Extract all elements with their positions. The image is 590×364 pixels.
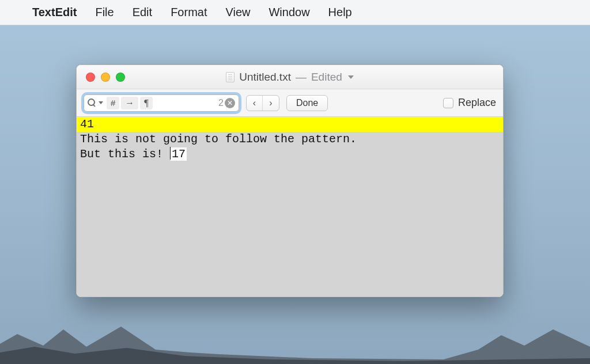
search-field[interactable]: # ¶ 2 ✕ (84, 94, 239, 112)
done-button[interactable]: Done (286, 95, 328, 111)
menu-view[interactable]: View (216, 6, 259, 19)
editor-line-3-match: 17 (171, 147, 187, 161)
clear-search-icon[interactable]: ✕ (225, 98, 235, 108)
match-count: 2 (218, 98, 224, 108)
window-title: Untitled.txt — Edited (77, 71, 503, 84)
pattern-token-tab[interactable] (121, 97, 138, 109)
minimize-button-icon[interactable] (101, 73, 110, 82)
title-sep: — (296, 71, 307, 84)
close-button-icon[interactable] (86, 73, 95, 82)
menu-app[interactable]: TextEdit (29, 6, 86, 19)
menu-format[interactable]: Format (161, 6, 216, 19)
traffic-lights (77, 73, 125, 82)
menubar: TextEdit File Edit Format View Window He… (0, 0, 590, 25)
replace-checkbox[interactable] (443, 98, 453, 108)
find-previous-button[interactable]: ‹ (247, 96, 263, 111)
document-window: Untitled.txt — Edited # ¶ 2 ✕ ‹ › Done R… (76, 65, 504, 297)
find-nav: ‹ › (246, 95, 279, 111)
title-filename: Untitled.txt (239, 71, 291, 84)
editor-line-3[interactable]: But this is! 17 (77, 147, 503, 162)
find-bar: # ¶ 2 ✕ ‹ › Done Replace (77, 89, 503, 117)
editor-line-1[interactable]: 41 (77, 117, 503, 132)
chevron-down-icon[interactable] (348, 75, 354, 79)
find-next-button[interactable]: › (263, 96, 279, 111)
search-icon[interactable] (88, 98, 97, 108)
search-options-dropdown-icon[interactable] (99, 101, 103, 104)
text-editor[interactable]: 41 This is not going to follow the patte… (77, 117, 503, 297)
editor-line-2[interactable]: This is not going to follow the pattern. (77, 132, 503, 147)
replace-toggle-group: Replace (443, 97, 496, 109)
titlebar[interactable]: Untitled.txt — Edited (77, 65, 503, 89)
replace-label: Replace (458, 97, 496, 109)
menu-help[interactable]: Help (319, 6, 361, 19)
pattern-token-paragraph[interactable]: ¶ (140, 97, 153, 109)
menu-file[interactable]: File (86, 6, 123, 19)
menu-window[interactable]: Window (259, 6, 319, 19)
editor-line-3-prefix: But this is! (80, 147, 170, 161)
menu-edit[interactable]: Edit (123, 6, 161, 19)
pattern-token-number[interactable]: # (107, 97, 119, 109)
title-status: Edited (311, 71, 342, 84)
wallpaper-mountains (0, 318, 590, 364)
document-icon (226, 72, 235, 82)
zoom-button-icon[interactable] (116, 73, 125, 82)
